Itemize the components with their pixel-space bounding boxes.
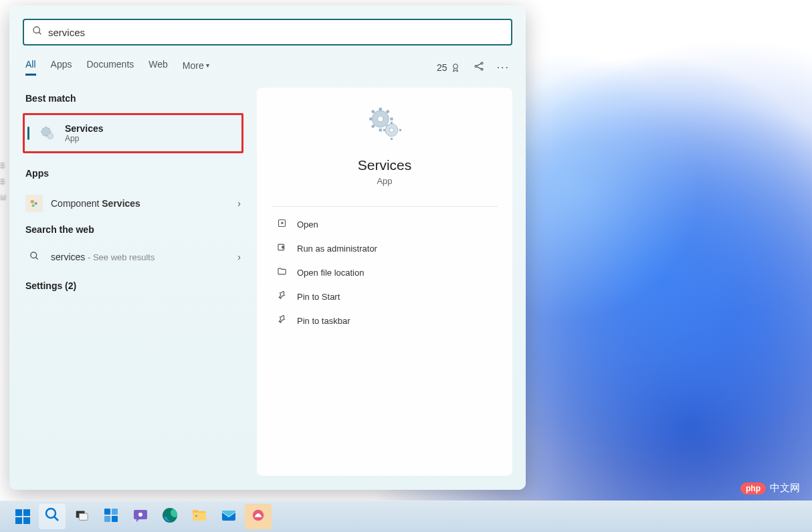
- svg-rect-25: [104, 509, 110, 515]
- action-pin-start[interactable]: Pin to Start: [272, 284, 498, 308]
- search-icon: [44, 507, 60, 527]
- start-search-panel: All Apps Documents Web More ▾ 25 ··· Bes…: [9, 5, 526, 490]
- folder-icon: [191, 507, 207, 526]
- chat-icon: [132, 507, 148, 526]
- action-open-location[interactable]: Open file location: [272, 260, 498, 284]
- svg-point-9: [47, 133, 54, 139]
- shield-icon: [276, 242, 288, 254]
- svg-rect-31: [195, 515, 197, 517]
- medal-icon: [450, 62, 461, 73]
- chevron-right-icon: ›: [237, 198, 241, 209]
- svg-line-14: [35, 257, 37, 259]
- tab-more[interactable]: More ▾: [183, 59, 209, 76]
- settings-label: Settings (2): [23, 270, 243, 300]
- svg-point-21: [46, 509, 56, 518]
- tab-all[interactable]: All: [25, 59, 36, 76]
- widgets-button[interactable]: [98, 504, 124, 529]
- results-column: Best match Services App Apps Componen: [23, 88, 243, 476]
- circle-app-icon: [251, 508, 266, 525]
- action-pin-taskbar[interactable]: Pin to taskbar: [272, 308, 498, 333]
- widgets-icon: [103, 507, 119, 526]
- edge-icon: [162, 507, 178, 526]
- services-app-icon: [38, 124, 57, 143]
- folder-icon: [276, 266, 288, 278]
- preview-subtitle: App: [377, 176, 392, 186]
- svg-rect-24: [79, 513, 88, 520]
- svg-line-22: [54, 517, 58, 521]
- svg-line-7: [477, 66, 481, 68]
- task-view-icon: [74, 508, 89, 525]
- svg-point-4: [481, 62, 483, 64]
- apps-label: Apps: [23, 163, 243, 188]
- search-icon: [25, 251, 43, 263]
- search-button[interactable]: [39, 504, 66, 529]
- watermark: php 中文网: [740, 482, 800, 495]
- svg-point-11: [35, 202, 37, 205]
- svg-point-13: [30, 252, 36, 258]
- search-input[interactable]: [48, 27, 503, 38]
- svg-point-2: [453, 64, 458, 68]
- best-match-subtitle: App: [65, 134, 104, 143]
- open-icon: [276, 218, 288, 230]
- svg-line-6: [477, 64, 481, 66]
- chevron-down-icon: ▾: [206, 62, 209, 69]
- windows-logo-icon: [15, 509, 30, 524]
- more-options-icon[interactable]: ···: [497, 62, 510, 74]
- search-web-label: Search the web: [23, 219, 243, 244]
- preview-panel: Services App Open Run as administrator: [257, 88, 512, 476]
- tabs-row: All Apps Documents Web More ▾ 25 ···: [23, 59, 512, 88]
- web-search-services[interactable]: services - See web results ›: [23, 244, 243, 270]
- svg-point-12: [32, 204, 35, 207]
- tab-web[interactable]: Web: [148, 59, 168, 76]
- component-services-icon: [25, 195, 43, 212]
- explorer-button[interactable]: [186, 504, 213, 529]
- taskbar: [0, 501, 812, 532]
- svg-point-5: [481, 68, 483, 70]
- pin-icon: [276, 290, 288, 302]
- svg-point-0: [33, 27, 39, 33]
- preview-title: Services: [358, 157, 412, 173]
- svg-rect-26: [112, 509, 118, 515]
- search-icon: [32, 25, 43, 39]
- svg-point-18: [389, 128, 393, 132]
- search-box[interactable]: [23, 19, 512, 46]
- best-match-services[interactable]: Services App: [23, 113, 243, 153]
- svg-point-16: [378, 116, 383, 122]
- app-button[interactable]: [245, 504, 272, 529]
- desktop-icons-partial: B B M: [0, 161, 6, 209]
- edge-button[interactable]: [157, 504, 183, 529]
- best-match-title: Services: [65, 123, 104, 134]
- mail-button[interactable]: [215, 504, 242, 529]
- svg-rect-27: [104, 516, 110, 522]
- svg-point-29: [138, 513, 142, 517]
- services-large-icon: [368, 106, 401, 147]
- apps-item-component-services[interactable]: Component Services ›: [23, 188, 243, 219]
- share-icon[interactable]: [473, 60, 485, 75]
- chat-button[interactable]: [127, 504, 154, 529]
- svg-point-10: [31, 200, 34, 203]
- tab-documents[interactable]: Documents: [86, 59, 134, 76]
- task-view-button[interactable]: [68, 504, 95, 529]
- pin-icon: [276, 315, 288, 327]
- svg-line-1: [39, 32, 41, 34]
- chevron-right-icon: ›: [237, 252, 241, 262]
- svg-point-3: [475, 65, 477, 67]
- tab-apps[interactable]: Apps: [51, 59, 72, 76]
- action-open[interactable]: Open: [272, 212, 498, 236]
- mail-icon: [221, 507, 237, 526]
- svg-rect-28: [112, 516, 118, 522]
- best-match-label: Best match: [23, 88, 243, 113]
- start-button[interactable]: [9, 504, 36, 529]
- action-run-admin[interactable]: Run as administrator: [272, 236, 498, 260]
- rewards-badge[interactable]: 25: [437, 62, 461, 73]
